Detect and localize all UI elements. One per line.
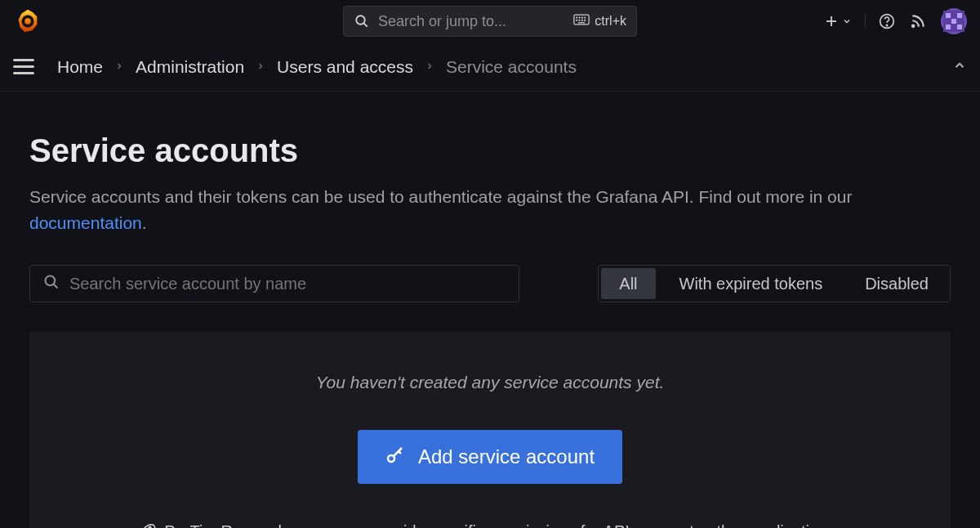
svg-rect-20 [951,19,956,24]
topbar-right [824,8,967,34]
svg-point-15 [886,25,887,25]
search-placeholder: Search or jump to... [378,13,506,30]
protip: ProTip: Remember, you can provide specif… [46,521,934,528]
svg-line-24 [54,284,58,288]
breadcrumb-administration[interactable]: Administration [136,57,244,77]
svg-point-10 [585,20,586,20]
chevron-right-icon [256,60,265,74]
svg-point-23 [46,275,56,285]
collapse-icon[interactable] [952,58,967,76]
documentation-link[interactable]: documentation [29,213,142,232]
key-icon [385,445,405,469]
filter-input[interactable] [69,275,506,293]
svg-rect-21 [946,25,951,29]
filter-tabs: All With expired tokens Disabled [598,265,951,302]
search-shortcut: ctrl+k [573,14,626,29]
breadcrumb-users-access[interactable]: Users and access [277,57,413,77]
menu-toggle[interactable] [13,56,36,78]
svg-rect-22 [957,25,962,29]
add-menu[interactable] [824,14,866,29]
svg-point-5 [582,17,583,18]
svg-point-9 [582,20,583,20]
empty-message: You haven't created any service accounts… [46,373,934,392]
svg-rect-18 [946,13,951,18]
svg-point-7 [577,20,577,20]
svg-point-4 [579,17,580,18]
svg-point-25 [388,455,394,462]
topbar: Search or jump to... ctrl+k [0,0,980,43]
add-service-account-button[interactable]: Add service account [358,430,622,484]
keyboard-icon [573,14,590,29]
chevron-down-icon [842,16,852,26]
svg-rect-19 [957,13,962,18]
grafana-logo[interactable] [13,7,42,36]
page-title: Service accounts [29,132,951,169]
tab-disabled[interactable]: Disabled [844,266,950,302]
chevron-right-icon [425,60,434,74]
svg-point-6 [585,17,586,18]
svg-point-3 [577,17,577,18]
svg-line-27 [399,451,401,454]
svg-point-0 [356,16,365,25]
search-box[interactable]: Search or jump to... ctrl+k [343,6,637,37]
help-icon[interactable] [879,13,895,29]
page-description: Service accounts and their tokens can be… [29,184,951,235]
filter-row: All With expired tokens Disabled [29,265,951,302]
chevron-right-icon [114,60,124,74]
filter-search[interactable] [29,265,519,302]
rss-icon[interactable] [910,13,926,29]
breadcrumb-bar: Home Administration Users and access Ser… [0,43,980,92]
breadcrumb-current: Service accounts [446,57,577,77]
search-icon [354,13,370,29]
rocket-icon [140,521,156,528]
search-icon [43,274,60,294]
svg-point-8 [579,20,580,20]
tab-expired[interactable]: With expired tokens [658,266,844,302]
main-content: Service accounts Service accounts and th… [0,92,980,528]
tab-all[interactable]: All [601,268,655,299]
breadcrumbs: Home Administration Users and access Ser… [57,57,577,77]
svg-point-16 [912,25,915,28]
svg-line-1 [364,24,368,27]
empty-state: You haven't created any service accounts… [29,332,951,528]
user-avatar[interactable] [941,8,967,34]
breadcrumb-home[interactable]: Home [57,57,103,77]
